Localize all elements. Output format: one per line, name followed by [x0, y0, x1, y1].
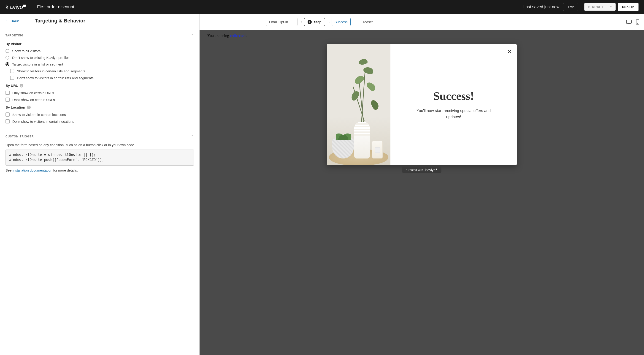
popup-subtitle: You'll now start receiving special offer… — [410, 108, 497, 120]
last-saved-text: Last saved just now — [523, 5, 559, 10]
back-link[interactable]: ← Back — [6, 19, 19, 23]
doc-suffix: for more details. — [52, 168, 78, 172]
radio-label: Target visitors in a list or segment — [12, 62, 63, 66]
step-teaser[interactable]: Teaser ⋮ — [360, 18, 382, 26]
by-visitor-label: By Visitor — [0, 40, 199, 48]
radio-label: Show to all visitors — [12, 49, 40, 53]
credit-brand-text: klaviyo — [425, 168, 436, 172]
help-icon[interactable]: ? — [27, 106, 31, 109]
checkbox-label: Don't show to visitors in certain lists … — [17, 76, 94, 80]
redirect-suffix: . — [246, 34, 246, 38]
sidebar: ← Back Targeting & Behavior TARGETING ⌃ … — [0, 14, 200, 355]
chevron-right-icon: › — [301, 20, 302, 24]
custom-trigger-section-toggle[interactable]: CUSTOM TRIGGER ⌃ — [0, 129, 199, 141]
checkbox-hide-certain-lists[interactable]: Don't show to visitors in certain lists … — [0, 75, 199, 81]
brand-logo: klaviyo — [6, 4, 26, 11]
redirect-link[interactable]: redirected — [230, 34, 246, 38]
back-label: Back — [10, 19, 19, 23]
chevron-up-icon: ⌃ — [191, 34, 194, 37]
publish-button[interactable]: Publish — [618, 3, 638, 11]
redirect-text: You are being redirected. — [207, 34, 246, 38]
credit-brand-logo: klaviyo — [425, 168, 437, 172]
radio-hide-existing-profiles[interactable]: Don't show to existing Klaviyo profiles — [0, 54, 199, 61]
custom-trigger-section-label: CUSTOM TRIGGER — [6, 135, 34, 138]
checkbox-show-certain-lists[interactable]: Show to visitors in certain lists and se… — [0, 68, 199, 75]
doc-line: See installation documentation for more … — [0, 166, 199, 172]
step-divider — [356, 19, 356, 25]
form-title: First order discount — [37, 4, 74, 10]
status-label: DRAFT — [592, 5, 603, 9]
kebab-icon[interactable]: ⋮ — [291, 21, 294, 23]
by-location-text: By Location — [6, 105, 25, 109]
brand-mark-icon — [23, 5, 26, 7]
step-label: Email Opt-In — [269, 20, 288, 24]
popup-image — [327, 44, 390, 165]
checkbox-icon — [6, 113, 10, 117]
popup-body: ✕ Success! You'll now start receiving sp… — [390, 44, 517, 165]
plus-circle-icon: + — [308, 20, 312, 24]
radio-icon — [6, 56, 10, 60]
checkbox-hide-certain-locations[interactable]: Don't show to visitors in certain locati… — [0, 118, 199, 125]
radio-target-list-segment[interactable]: Target visitors in a list or segment — [0, 61, 199, 68]
checkbox-show-certain-locations[interactable]: Show to visitors in certain locations — [0, 111, 199, 118]
checkbox-only-certain-urls[interactable]: Only show on certain URLs — [0, 89, 199, 96]
add-step-button[interactable]: + Step — [304, 18, 325, 26]
by-url-text: By URL — [6, 84, 18, 88]
popup-title: Success! — [433, 89, 474, 103]
targeting-section-toggle[interactable]: TARGETING ⌃ — [0, 28, 199, 40]
step-label: Success — [334, 20, 348, 24]
checkbox-hide-certain-urls[interactable]: Don't show on certain URLs — [0, 96, 199, 103]
close-icon[interactable]: ✕ — [507, 48, 512, 55]
checkbox-icon — [10, 69, 14, 73]
checkbox-label: Show to visitors in certain locations — [12, 113, 66, 117]
svg-rect-1 — [628, 24, 630, 24]
by-location-label: By Location ? — [0, 103, 199, 111]
radio-show-all-visitors[interactable]: Show to all visitors — [0, 48, 199, 54]
arrow-left-icon: ← — [6, 19, 9, 23]
status-dot-icon — [588, 6, 590, 8]
preview-canvas: You are being redirected. ✕ Succe — [200, 30, 644, 355]
exit-button[interactable]: Exit — [563, 3, 578, 11]
add-step-label: Step — [314, 20, 322, 24]
desktop-icon[interactable] — [626, 20, 632, 24]
panel-title: Targeting & Behavior — [35, 18, 85, 24]
targeting-section-label: TARGETING — [6, 34, 24, 37]
caret-down-icon: ▼ — [610, 6, 612, 8]
topbar: klaviyo First order discount Last saved … — [0, 0, 644, 14]
popup-credit: Created with klaviyo — [402, 167, 442, 173]
doc-prefix: See — [6, 168, 12, 172]
brand-text: klaviyo — [6, 4, 23, 11]
sidebar-header: ← Back Targeting & Behavior — [0, 14, 199, 28]
svg-rect-0 — [626, 20, 632, 23]
checkbox-label: Only show on certain URLs — [12, 91, 54, 95]
radio-icon — [6, 62, 10, 66]
step-bar: Email Opt-In ⋮ › + Step › Success Teaser… — [200, 14, 644, 30]
mobile-icon[interactable] — [636, 20, 640, 25]
chevron-right-icon: › — [329, 20, 330, 24]
help-icon[interactable]: ? — [20, 84, 23, 88]
kebab-icon[interactable]: ⋮ — [376, 21, 380, 23]
step-label: Teaser — [363, 20, 373, 24]
checkbox-icon — [6, 119, 10, 123]
checkbox-icon — [6, 98, 10, 102]
by-url-label: By URL ? — [0, 81, 199, 89]
status-dropdown[interactable]: DRAFT ▼ — [584, 3, 616, 11]
checkbox-icon — [6, 91, 10, 95]
radio-label: Don't show to existing Klaviyo profiles — [12, 56, 69, 60]
credit-prefix: Created with — [406, 168, 423, 172]
checkbox-label: Don't show to visitors in certain locati… — [12, 120, 74, 123]
custom-trigger-description: Open the form based on any condition, su… — [0, 141, 199, 150]
redirect-prefix: You are being — [207, 34, 230, 38]
doc-link[interactable]: installation documentation — [12, 168, 52, 172]
svg-point-3 — [637, 23, 638, 24]
chevron-up-icon: ⌃ — [191, 135, 194, 138]
step-success[interactable]: Success — [332, 18, 350, 26]
step-email-optin[interactable]: Email Opt-In ⋮ — [266, 18, 297, 26]
checkbox-icon — [10, 76, 14, 80]
radio-icon — [6, 49, 10, 53]
checkbox-label: Don't show on certain URLs — [12, 98, 55, 102]
brand-mark-icon — [436, 169, 437, 170]
checkbox-label: Show to visitors in certain lists and se… — [17, 69, 85, 73]
custom-trigger-code[interactable]: window._klOnsite = window._klOnsite || [… — [6, 150, 194, 166]
popup-preview: ✕ Success! You'll now start receiving sp… — [327, 44, 517, 165]
